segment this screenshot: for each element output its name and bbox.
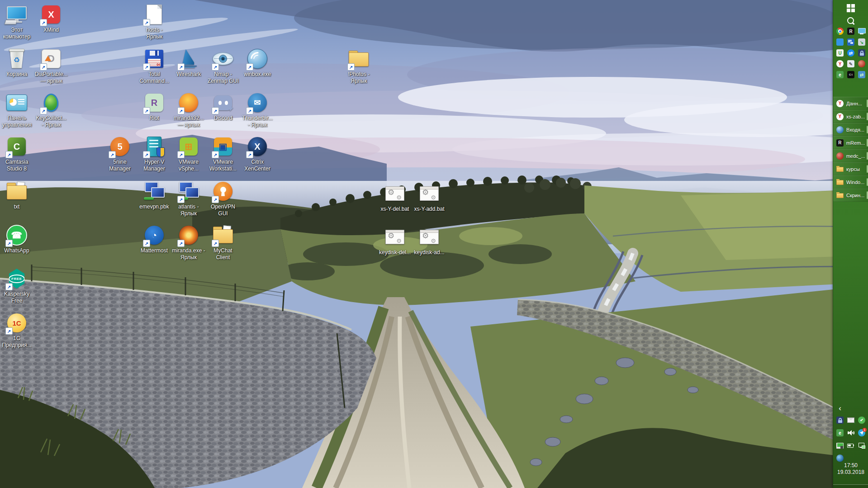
vmware-vsphere-icon: ⊞↗ xyxy=(178,136,199,157)
desktop-icon-photos-folder[interactable]: ↗!Photos - Ярлык xyxy=(337,48,380,85)
desktop-icon-keycollector[interactable]: ↗KeyCollect... - Ярлык xyxy=(29,92,73,128)
taskbar-button-inbox[interactable]: Входя... xyxy=(833,123,868,136)
desktop-icon-camtasia[interactable]: C↗Camtasia Studio 8 xyxy=(0,136,38,172)
miranda32-icon: ↗ xyxy=(178,92,199,114)
whatsapp-icon: ☎↗ xyxy=(6,224,28,246)
desktop-icon-label: Панель управления xyxy=(2,115,31,128)
desktop-icon-openvpn[interactable]: ↗OpenVPN GUI xyxy=(201,180,245,217)
desktop-icon-txt-folder[interactable]: txt xyxy=(0,180,38,210)
tray-power[interactable] xyxy=(845,441,856,450)
taskbar-button-medc[interactable]: medc_... xyxy=(833,149,868,162)
desktop-icon-mychat[interactable]: ↗MyChat Client xyxy=(201,224,245,261)
shortcut-arrow-icon: ↗ xyxy=(5,327,13,335)
screen-lock-icon xyxy=(836,441,844,450)
desktop-icon-1c-enterprise[interactable]: 1С↗1С Предприя... xyxy=(0,312,38,349)
clock-date: 19.03.2018 xyxy=(833,469,868,476)
taskbar-button-label: Данн... xyxy=(846,101,862,106)
search-button[interactable] xyxy=(833,15,868,26)
tray-antivirus-status[interactable]: ✔ xyxy=(856,416,867,424)
taskbar-pinned-editor[interactable]: ✎ xyxy=(845,60,856,68)
taskbar-pinned-mremoteng[interactable]: R xyxy=(845,27,856,35)
diaportable-icon: D ↗ xyxy=(40,48,62,70)
taskbar-pinned-cmd[interactable]: C:\ xyxy=(845,71,856,79)
recycle-bin-icon: ♻ xyxy=(6,48,28,70)
desktop-icon-hosts[interactable]: ↗hosts - Ярлык xyxy=(133,4,176,40)
tray-telegram[interactable]: 1 xyxy=(856,429,867,437)
teamviewer-icon: ⇄ xyxy=(847,49,855,57)
start-button[interactable] xyxy=(833,2,868,14)
desktop-icon-kaspersky-free[interactable]: FREE↗Kaspersky Free xyxy=(0,268,38,304)
taskbar-pinned-evernote[interactable]: e xyxy=(835,71,845,79)
shortcut-arrow-icon: ↗ xyxy=(109,151,116,158)
desktop-icon-label: keydisk-del... xyxy=(379,249,411,256)
tray-volume[interactable] xyxy=(845,429,856,437)
desktop-icon-keydisk-ad-bat[interactable]: ⚙ ⚙keydisk-ad... xyxy=(408,226,451,256)
blue-window-icon xyxy=(836,38,844,46)
taskbar-pinned-blue-window[interactable] xyxy=(835,38,845,46)
taskbar-pinned-laptop[interactable] xyxy=(856,27,867,35)
taskbar-button-folder-kursy[interactable]: курсы xyxy=(833,162,868,175)
desktop-icon-winbox[interactable]: ↗winbox.exe xyxy=(236,48,279,78)
desktop-icon-diaportable[interactable]: D ↗DiaPortable... — ярлык xyxy=(29,48,73,85)
desktop-icon-thunderbird[interactable]: ✉↗Thunderbir... - Ярлык xyxy=(236,92,279,128)
windows-logo-icon xyxy=(847,4,855,12)
remote-desktop-icon xyxy=(847,38,855,46)
desktop-icon-label: Discord xyxy=(214,115,232,122)
taskbar-pinned-network-share[interactable]: ⇄ xyxy=(856,71,867,79)
yandex-xszab-icon: Y xyxy=(836,113,844,121)
tray-internet-globe[interactable] xyxy=(835,454,845,462)
inbox-icon xyxy=(836,126,844,134)
mremoteng-icon: R xyxy=(836,139,844,147)
taskbar-pinned-yandex-browser[interactable]: Y xyxy=(835,60,845,68)
taskbar-pinned-update-download[interactable]: ↘ xyxy=(856,38,867,46)
search-icon xyxy=(847,17,855,25)
desktop-icon-citrix-xencenter[interactable]: X↗Citrix XenCenter xyxy=(236,136,279,172)
desktop-icon-label: Riot xyxy=(149,115,159,122)
folder-kursy-icon xyxy=(836,165,844,173)
taskbar-button-folder-skrin[interactable]: Скрин... xyxy=(833,189,868,202)
desktop-icon-xs-y-add-bat[interactable]: ⚙ ⚙xs-Y-add.bat xyxy=(408,183,451,213)
taskbar-button-mremoteng[interactable]: RmRem... xyxy=(833,136,868,149)
shortcut-arrow-icon: ↗ xyxy=(246,151,253,158)
taskbar-pinned-aimp[interactable] xyxy=(856,60,867,68)
desktop-icon-label: txt xyxy=(14,204,20,210)
tray-screen-lock[interactable] xyxy=(835,441,845,450)
xmind-icon: X↗ xyxy=(40,4,62,25)
network-share-icon: ⇄ xyxy=(858,71,866,79)
tray-keepass-tray[interactable] xyxy=(835,416,845,424)
desktop-icon-xmind[interactable]: X↗XMind xyxy=(29,4,73,33)
taskbar-button-folder-windo[interactable]: Windo... xyxy=(833,175,868,189)
shortcut-arrow-icon: ↗ xyxy=(177,63,185,71)
taskbar-button-label: Windo... xyxy=(846,180,864,185)
evernote-icon: e xyxy=(836,71,844,79)
winbox-icon: ↗ xyxy=(247,48,268,70)
tray-expand-chevron[interactable]: ‹ xyxy=(833,404,847,414)
mremoteng-icon: R xyxy=(847,27,855,35)
tray-mail-notifier[interactable]: ↓ xyxy=(845,416,856,424)
desktop[interactable]: Этот компьютерX↗XMind ↗hosts - Ярлык ♻Ко… xyxy=(0,0,833,488)
taskbar-pinned-remote-desktop[interactable] xyxy=(845,38,856,46)
desktop-icon-label: Citrix XenCenter xyxy=(244,159,270,172)
this-pc-icon xyxy=(6,4,28,25)
taskbar-pinned-teamviewer[interactable]: ⇄ xyxy=(845,49,856,57)
desktop-icon-whatsapp[interactable]: ☎↗WhatsApp xyxy=(0,224,38,254)
desktop-icon-label: Mattermost xyxy=(141,247,168,254)
taskbar-button-yandex-dann[interactable]: YДанн... xyxy=(833,97,868,110)
yandex-dann-icon: Y xyxy=(836,99,844,108)
xs-y-add-bat-icon: ⚙ ⚙ xyxy=(418,183,440,204)
taskbar-pinned-chrome[interactable] xyxy=(835,27,845,35)
show-desktop-button[interactable] xyxy=(833,484,868,488)
taskbar-pinned-ultravnc[interactable]: U xyxy=(835,49,845,57)
system-tray: ↓✔e 1 xyxy=(835,416,867,462)
shortcut-arrow-icon: ↗ xyxy=(177,240,185,247)
taskbar-button-label: xs-zab... xyxy=(846,114,865,119)
desktop-icon-label: Wireshark xyxy=(176,71,201,78)
taskbar-clock[interactable]: 17:50 19.03.2018 xyxy=(833,462,868,476)
taskbar-button-yandex-xszab[interactable]: Yxs-zab... xyxy=(833,110,868,123)
desktop-icon-label: emevpn.pbk xyxy=(139,204,169,210)
desktop-icon-label: DiaPortable... — ярлык xyxy=(35,71,68,85)
tray-network-tray[interactable] xyxy=(856,441,867,450)
shortcut-arrow-icon: ↗ xyxy=(5,151,13,158)
taskbar-pinned-keepass[interactable] xyxy=(856,49,867,57)
tray-evernote-tray[interactable]: e xyxy=(835,429,845,437)
